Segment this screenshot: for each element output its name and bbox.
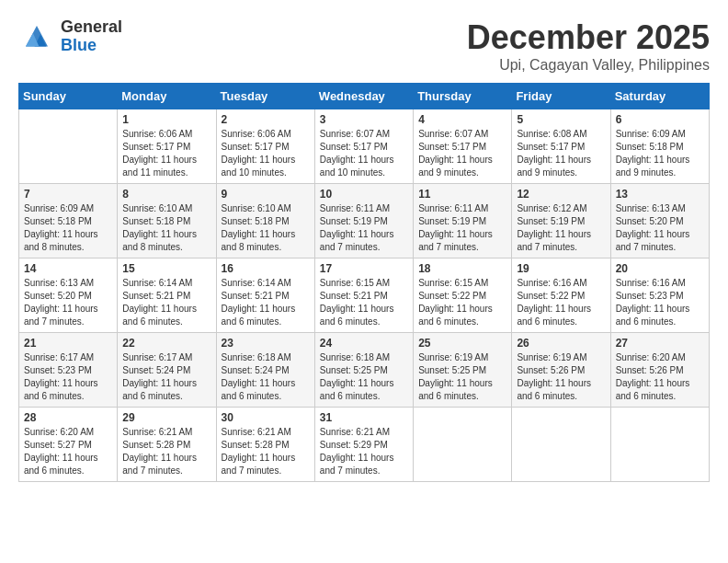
day-number: 23 xyxy=(222,337,310,350)
day-number: 30 xyxy=(222,411,310,424)
logo-icon xyxy=(18,18,55,55)
weekday-header-friday: Friday xyxy=(512,84,610,109)
day-info: Sunrise: 6:08 AMSunset: 5:17 PMDaylight:… xyxy=(517,128,605,179)
day-number: 21 xyxy=(24,337,112,350)
calendar-cell xyxy=(414,408,512,482)
calendar-cell: 18Sunrise: 6:15 AMSunset: 5:22 PMDayligh… xyxy=(414,259,512,333)
weekday-header-saturday: Saturday xyxy=(610,84,709,109)
day-number: 29 xyxy=(122,411,210,424)
day-info: Sunrise: 6:16 AMSunset: 5:23 PMDaylight:… xyxy=(616,277,704,328)
calendar-week-5: 28Sunrise: 6:20 AMSunset: 5:27 PMDayligh… xyxy=(19,408,710,482)
day-info: Sunrise: 6:17 AMSunset: 5:24 PMDaylight:… xyxy=(122,351,210,403)
day-number: 14 xyxy=(24,262,112,275)
day-info: Sunrise: 6:21 AMSunset: 5:28 PMDaylight:… xyxy=(122,426,210,477)
day-info: Sunrise: 6:12 AMSunset: 5:19 PMDaylight:… xyxy=(517,202,605,254)
calendar-cell: 11Sunrise: 6:11 AMSunset: 5:19 PMDayligh… xyxy=(414,184,512,259)
day-info: Sunrise: 6:17 AMSunset: 5:23 PMDaylight:… xyxy=(24,351,112,403)
day-info: Sunrise: 6:07 AMSunset: 5:17 PMDaylight:… xyxy=(418,128,506,179)
day-info: Sunrise: 6:07 AMSunset: 5:17 PMDaylight:… xyxy=(320,128,408,179)
day-number: 2 xyxy=(222,113,310,126)
calendar-cell: 6Sunrise: 6:09 AMSunset: 5:18 PMDaylight… xyxy=(610,109,709,184)
calendar-cell: 10Sunrise: 6:11 AMSunset: 5:19 PMDayligh… xyxy=(314,184,413,259)
day-number: 8 xyxy=(122,188,210,201)
logo: General Blue xyxy=(18,18,122,55)
calendar-cell xyxy=(512,408,610,482)
day-number: 5 xyxy=(517,113,605,126)
day-info: Sunrise: 6:21 AMSunset: 5:28 PMDaylight:… xyxy=(222,426,310,477)
weekday-header-wednesday: Wednesday xyxy=(314,84,413,109)
day-info: Sunrise: 6:06 AMSunset: 5:17 PMDaylight:… xyxy=(122,128,210,179)
calendar-cell: 15Sunrise: 6:14 AMSunset: 5:21 PMDayligh… xyxy=(118,259,216,333)
day-info: Sunrise: 6:20 AMSunset: 5:26 PMDaylight:… xyxy=(616,351,704,403)
day-number: 19 xyxy=(517,262,605,275)
day-number: 26 xyxy=(517,337,605,350)
day-info: Sunrise: 6:11 AMSunset: 5:19 PMDaylight:… xyxy=(418,202,506,254)
day-info: Sunrise: 6:21 AMSunset: 5:29 PMDaylight:… xyxy=(320,426,408,477)
weekday-header-tuesday: Tuesday xyxy=(216,84,314,109)
page-header: General Blue December 2025 Upi, Cagayan … xyxy=(18,18,710,74)
day-info: Sunrise: 6:20 AMSunset: 5:27 PMDaylight:… xyxy=(24,426,112,477)
calendar-cell: 14Sunrise: 6:13 AMSunset: 5:20 PMDayligh… xyxy=(19,259,118,333)
day-number: 27 xyxy=(616,337,704,350)
day-info: Sunrise: 6:09 AMSunset: 5:18 PMDaylight:… xyxy=(616,128,704,179)
calendar-cell: 27Sunrise: 6:20 AMSunset: 5:26 PMDayligh… xyxy=(610,333,709,408)
day-number: 25 xyxy=(418,337,506,350)
location-text: Upi, Cagayan Valley, Philippines xyxy=(467,57,710,74)
calendar-cell: 19Sunrise: 6:16 AMSunset: 5:22 PMDayligh… xyxy=(512,259,610,333)
calendar-cell xyxy=(610,408,709,482)
calendar-cell: 26Sunrise: 6:19 AMSunset: 5:26 PMDayligh… xyxy=(512,333,610,408)
logo-blue-text: Blue xyxy=(61,37,122,55)
day-number: 11 xyxy=(418,188,506,201)
calendar-cell: 23Sunrise: 6:18 AMSunset: 5:24 PMDayligh… xyxy=(216,333,314,408)
day-number: 16 xyxy=(222,262,310,275)
calendar-cell: 20Sunrise: 6:16 AMSunset: 5:23 PMDayligh… xyxy=(610,259,709,333)
month-title: December 2025 xyxy=(467,18,710,57)
day-number: 3 xyxy=(320,113,408,126)
day-number: 1 xyxy=(122,113,210,126)
day-number: 31 xyxy=(320,411,408,424)
weekday-header-row: SundayMondayTuesdayWednesdayThursdayFrid… xyxy=(19,84,710,109)
calendar-week-4: 21Sunrise: 6:17 AMSunset: 5:23 PMDayligh… xyxy=(19,333,710,408)
day-info: Sunrise: 6:14 AMSunset: 5:21 PMDaylight:… xyxy=(222,277,310,328)
title-block: December 2025 Upi, Cagayan Valley, Phili… xyxy=(467,18,710,74)
day-info: Sunrise: 6:16 AMSunset: 5:22 PMDaylight:… xyxy=(517,277,605,328)
day-info: Sunrise: 6:10 AMSunset: 5:18 PMDaylight:… xyxy=(222,202,310,254)
calendar-cell: 13Sunrise: 6:13 AMSunset: 5:20 PMDayligh… xyxy=(610,184,709,259)
calendar-cell: 21Sunrise: 6:17 AMSunset: 5:23 PMDayligh… xyxy=(19,333,118,408)
day-info: Sunrise: 6:13 AMSunset: 5:20 PMDaylight:… xyxy=(616,202,704,254)
calendar-cell: 25Sunrise: 6:19 AMSunset: 5:25 PMDayligh… xyxy=(414,333,512,408)
day-number: 9 xyxy=(222,188,310,201)
calendar-cell: 1Sunrise: 6:06 AMSunset: 5:17 PMDaylight… xyxy=(118,109,216,184)
day-info: Sunrise: 6:13 AMSunset: 5:20 PMDaylight:… xyxy=(24,277,112,328)
calendar-cell: 8Sunrise: 6:10 AMSunset: 5:18 PMDaylight… xyxy=(118,184,216,259)
day-number: 13 xyxy=(616,188,704,201)
weekday-header-monday: Monday xyxy=(118,84,216,109)
day-number: 17 xyxy=(320,262,408,275)
calendar-cell: 2Sunrise: 6:06 AMSunset: 5:17 PMDaylight… xyxy=(216,109,314,184)
calendar-cell: 24Sunrise: 6:18 AMSunset: 5:25 PMDayligh… xyxy=(314,333,413,408)
calendar-cell: 17Sunrise: 6:15 AMSunset: 5:21 PMDayligh… xyxy=(314,259,413,333)
day-number: 10 xyxy=(320,188,408,201)
day-info: Sunrise: 6:15 AMSunset: 5:22 PMDaylight:… xyxy=(418,277,506,328)
day-number: 6 xyxy=(616,113,704,126)
day-number: 28 xyxy=(24,411,112,424)
day-info: Sunrise: 6:19 AMSunset: 5:26 PMDaylight:… xyxy=(517,351,605,403)
calendar-cell: 5Sunrise: 6:08 AMSunset: 5:17 PMDaylight… xyxy=(512,109,610,184)
calendar-cell: 3Sunrise: 6:07 AMSunset: 5:17 PMDaylight… xyxy=(314,109,413,184)
calendar-cell: 7Sunrise: 6:09 AMSunset: 5:18 PMDaylight… xyxy=(19,184,118,259)
calendar-cell: 12Sunrise: 6:12 AMSunset: 5:19 PMDayligh… xyxy=(512,184,610,259)
calendar-week-1: 1Sunrise: 6:06 AMSunset: 5:17 PMDaylight… xyxy=(19,109,710,184)
day-number: 4 xyxy=(418,113,506,126)
day-number: 22 xyxy=(122,337,210,350)
calendar-cell: 29Sunrise: 6:21 AMSunset: 5:28 PMDayligh… xyxy=(118,408,216,482)
calendar-week-3: 14Sunrise: 6:13 AMSunset: 5:20 PMDayligh… xyxy=(19,259,710,333)
day-info: Sunrise: 6:10 AMSunset: 5:18 PMDaylight:… xyxy=(122,202,210,254)
logo-general-text: General xyxy=(61,18,122,37)
calendar-cell: 28Sunrise: 6:20 AMSunset: 5:27 PMDayligh… xyxy=(19,408,118,482)
logo-text: General Blue xyxy=(61,18,122,55)
calendar-cell: 16Sunrise: 6:14 AMSunset: 5:21 PMDayligh… xyxy=(216,259,314,333)
day-info: Sunrise: 6:09 AMSunset: 5:18 PMDaylight:… xyxy=(24,202,112,254)
day-number: 18 xyxy=(418,262,506,275)
calendar-cell: 22Sunrise: 6:17 AMSunset: 5:24 PMDayligh… xyxy=(118,333,216,408)
calendar-cell: 4Sunrise: 6:07 AMSunset: 5:17 PMDaylight… xyxy=(414,109,512,184)
